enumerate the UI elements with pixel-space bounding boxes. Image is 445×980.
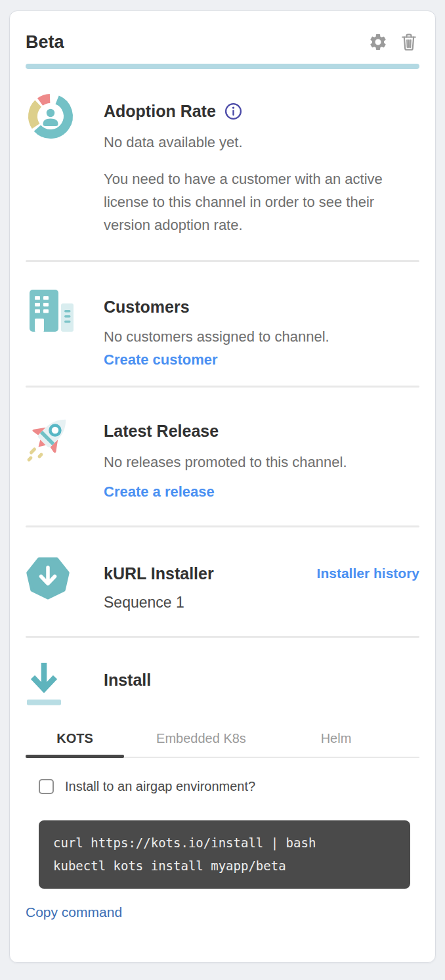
- trash-icon: [400, 44, 418, 54]
- install-title: Install: [104, 668, 419, 692]
- copy-command-link[interactable]: Copy command: [26, 904, 122, 920]
- create-customer-link[interactable]: Create customer: [104, 351, 218, 368]
- channel-card: Beta: [9, 11, 436, 963]
- tab-helm[interactable]: Helm: [278, 728, 394, 757]
- gear-icon: [368, 44, 388, 54]
- channel-accent-bar: [26, 64, 419, 69]
- card-header: Beta: [26, 11, 419, 53]
- channel-title: Beta: [26, 31, 64, 53]
- install-section: Install: [26, 638, 419, 709]
- adoption-rate-section: Adoption Rate No data available yet. You…: [26, 69, 419, 260]
- adoption-hint-text: You need to have a customer with an acti…: [104, 167, 402, 236]
- info-icon[interactable]: [224, 102, 242, 120]
- airgap-label[interactable]: Install to an airgap environment?: [65, 779, 255, 794]
- customers-section: Customers No customers assigned to chann…: [26, 262, 419, 386]
- airgap-row: Install to an airgap environment?: [26, 779, 419, 794]
- kurl-installer-title: kURL Installer: [104, 562, 214, 585]
- buildings-icon: [26, 288, 104, 368]
- adoption-donut-user-icon: [26, 91, 104, 236]
- airgap-checkbox[interactable]: [39, 779, 54, 794]
- install-command-block: curl https://kots.io/install | bash kube…: [39, 820, 410, 889]
- delete-channel-button[interactable]: [398, 31, 419, 53]
- latest-release-section: Latest Release No releases promoted to t…: [26, 388, 419, 525]
- customers-title: Customers: [104, 295, 419, 319]
- command-line-1: curl https://kots.io/install | bash: [53, 832, 396, 855]
- heptagon-download-icon: [26, 555, 104, 613]
- download-arrow-icon: [26, 661, 104, 709]
- tab-kots[interactable]: KOTS: [26, 728, 124, 757]
- adoption-rate-title: Adoption Rate: [104, 99, 216, 123]
- settings-gear-button[interactable]: [367, 31, 389, 53]
- create-release-link[interactable]: Create a release: [104, 483, 215, 501]
- customers-empty-text: No customers assigned to channel.: [104, 326, 419, 347]
- rocket-icon: [26, 412, 104, 501]
- header-actions: [367, 31, 419, 53]
- installer-sequence: Sequence 1: [104, 592, 419, 613]
- install-tabs: KOTS Embedded K8s Helm: [26, 728, 419, 758]
- tab-embedded-k8s[interactable]: Embedded K8s: [124, 728, 278, 757]
- adoption-rate-heading-row: Adoption Rate: [104, 99, 419, 123]
- installer-history-link[interactable]: Installer history: [317, 566, 419, 581]
- command-line-2: kubectl kots install myapp/beta: [53, 855, 396, 878]
- release-empty-text: No releases promoted to this channel.: [104, 452, 419, 473]
- adoption-empty-text: No data available yet.: [104, 132, 419, 153]
- kurl-installer-section: kURL Installer Installer history Sequenc…: [26, 527, 419, 636]
- latest-release-title: Latest Release: [104, 419, 419, 443]
